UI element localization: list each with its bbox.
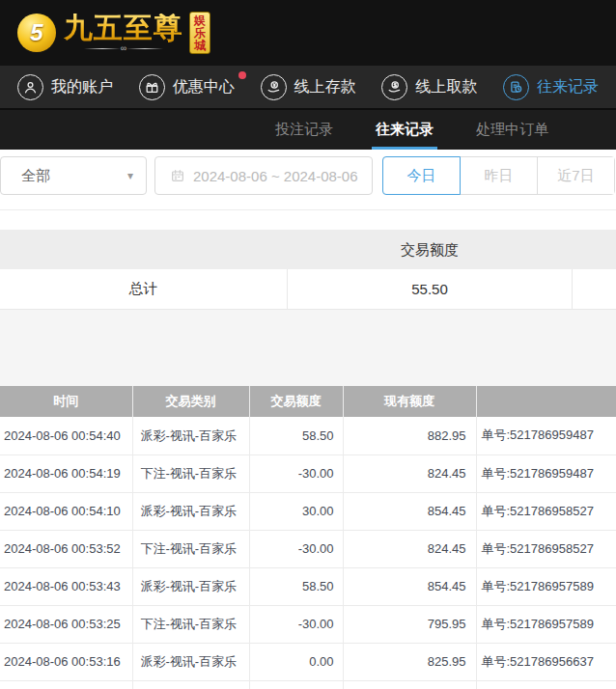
table-row: 下注-视讯-百家乐 xyxy=(0,680,616,689)
tab-pending-orders[interactable]: 处理中订单 xyxy=(472,110,552,150)
cell-order: 单号:521786959487 xyxy=(476,455,616,492)
last-7-days-button[interactable]: 近7日 xyxy=(538,157,614,194)
cell-type: 派彩-视讯-百家乐 xyxy=(132,567,249,605)
cell-balance: 795.95 xyxy=(343,605,476,643)
table-row: 2024-08-06 00:53:25 下注-视讯-百家乐 -30.00 795… xyxy=(0,605,616,643)
notification-dot xyxy=(238,71,246,79)
cell-order: 单号:521786959487 xyxy=(476,417,616,455)
cell-amount: 58.50 xyxy=(249,417,343,455)
cell-amount xyxy=(249,680,343,689)
nav-item-deposit[interactable]: 线上存款 xyxy=(261,74,356,100)
header-time: 时间 xyxy=(0,386,132,417)
cell-balance: 825.95 xyxy=(343,643,476,680)
nav-item-promotions[interactable]: 优惠中心 xyxy=(139,74,235,100)
cell-time: 2024-08-06 00:53:52 xyxy=(0,530,132,567)
tab-transaction-records[interactable]: 往来记录 xyxy=(372,110,437,150)
table-row: 2024-08-06 00:53:16 派彩-视讯-百家乐 0.00 825.9… xyxy=(0,643,616,680)
header-type: 交易类别 xyxy=(132,386,249,417)
cell-amount: -30.00 xyxy=(249,605,343,643)
cell-order: 单号:521786958527 xyxy=(476,492,616,530)
table-row: 2024-08-06 00:53:43 派彩-视讯-百家乐 58.50 854.… xyxy=(0,567,616,605)
cell-type: 派彩-视讯-百家乐 xyxy=(132,417,249,455)
table-row: 2024-08-06 00:54:40 派彩-视讯-百家乐 58.50 882.… xyxy=(0,417,616,455)
summary-header-amount: 交易额度 xyxy=(287,230,573,269)
table-row: 2024-08-06 00:54:10 派彩-视讯-百家乐 30.00 854.… xyxy=(0,492,616,530)
cell-type: 下注-视讯-百家乐 xyxy=(132,680,249,689)
cell-time: 2024-08-06 00:54:10 xyxy=(0,492,132,530)
cell-time: 2024-08-06 00:53:25 xyxy=(0,605,132,643)
cell-type: 派彩-视讯-百家乐 xyxy=(132,643,249,680)
transactions-table: 时间 交易类别 交易额度 现有额度 2024-08-06 00:54:40 派彩… xyxy=(0,386,616,689)
cell-type: 下注-视讯-百家乐 xyxy=(132,605,249,643)
today-button[interactable]: 今日 xyxy=(382,156,461,195)
brand-badge: 娱 乐 城 xyxy=(189,12,210,54)
user-icon xyxy=(17,74,43,100)
nav-item-label: 线上存款 xyxy=(294,77,356,97)
transactions-table-wrap[interactable]: 时间 交易类别 交易额度 现有额度 2024-08-06 00:54:40 派彩… xyxy=(0,386,616,689)
date-range-input[interactable]: 2024-08-06 ~ 2024-08-06 xyxy=(154,156,373,195)
cell-amount: 58.50 xyxy=(249,567,343,605)
cell-amount: 30.00 xyxy=(249,492,343,530)
cell-order: 单号:521786957589 xyxy=(476,605,616,643)
active-tab-underline xyxy=(372,147,437,150)
type-select-value: 全部 xyxy=(21,167,50,185)
cell-order: 单号:521786958527 xyxy=(476,530,616,567)
header-order xyxy=(476,386,616,417)
nav-item-transaction-records[interactable]: 往来记录 xyxy=(503,74,599,100)
date-range-value: 2024-08-06 ~ 2024-08-06 xyxy=(193,168,358,184)
cell-amount: -30.00 xyxy=(249,455,343,492)
nav-item-my-account[interactable]: 我的账户 xyxy=(17,74,113,100)
summary-total-row: 总计 55.50 xyxy=(0,269,616,310)
table-row: 2024-08-06 00:54:19 下注-视讯-百家乐 -30.00 824… xyxy=(0,455,616,492)
withdraw-icon xyxy=(381,74,407,100)
cell-time: 2024-08-06 00:54:19 xyxy=(0,455,132,492)
cell-balance: 854.45 xyxy=(343,567,476,605)
nav-item-label: 线上取款 xyxy=(415,77,477,97)
yesterday-button[interactable]: 昨日 xyxy=(461,157,538,194)
nav-item-label: 往来记录 xyxy=(537,77,599,97)
section-spacer xyxy=(0,310,616,386)
summary-total-label: 总计 xyxy=(0,269,287,309)
table-row: 2024-08-06 00:53:52 下注-视讯-百家乐 -30.00 824… xyxy=(0,530,616,567)
gift-icon xyxy=(139,74,165,100)
nav-item-label: 我的账户 xyxy=(51,77,113,97)
brand-block: 九五至尊 ∞ xyxy=(64,14,183,52)
cell-balance: 824.45 xyxy=(343,455,476,492)
chevron-down-icon: ▾ xyxy=(127,169,133,182)
record-tabs-bar: 投注记录 往来记录 处理中订单 xyxy=(0,108,616,150)
cell-amount: 0.00 xyxy=(249,643,343,680)
nav-item-withdraw[interactable]: 线上取款 xyxy=(381,74,477,100)
top-brand-bar: 5 九五至尊 ∞ 娱 乐 城 xyxy=(0,0,616,66)
cell-balance: 854.45 xyxy=(343,492,476,530)
header-balance: 现有额度 xyxy=(343,386,476,417)
quick-date-button-group: 今日 昨日 近7日 xyxy=(382,156,615,195)
summary-total-value: 55.50 xyxy=(287,269,573,309)
calendar-icon xyxy=(170,168,185,183)
type-select-dropdown[interactable]: 全部 ▾ xyxy=(0,156,147,195)
cell-order: 单号:521786956637 xyxy=(476,643,616,680)
logo-glyph: 5 xyxy=(30,19,42,46)
brand-flourish-ornament: ∞ xyxy=(84,44,163,52)
cell-order xyxy=(476,680,616,689)
filter-section: 全部 ▾ 2024-08-06 ~ 2024-08-06 今日 昨日 近7日 xyxy=(0,156,616,230)
cell-time xyxy=(0,680,132,689)
cell-type: 下注-视讯-百家乐 xyxy=(132,530,249,567)
cell-time: 2024-08-06 00:54:40 xyxy=(0,417,132,455)
cell-balance: 824.45 xyxy=(343,530,476,567)
summary-header-row: 交易额度 xyxy=(0,230,616,269)
brand-title: 九五至尊 xyxy=(64,14,183,42)
records-icon xyxy=(503,74,529,100)
deposit-icon xyxy=(261,74,287,100)
cell-order: 单号:521786957589 xyxy=(476,567,616,605)
brand-logo-coin: 5 xyxy=(17,14,56,52)
cell-balance xyxy=(343,680,476,689)
cell-amount: -30.00 xyxy=(249,530,343,567)
cell-balance: 882.95 xyxy=(343,417,476,455)
cell-time: 2024-08-06 00:53:16 xyxy=(0,643,132,680)
tab-betting-records[interactable]: 投注记录 xyxy=(271,110,337,150)
header-amount: 交易额度 xyxy=(249,386,343,417)
cell-type: 派彩-视讯-百家乐 xyxy=(132,492,249,530)
filter-divider xyxy=(0,209,616,230)
nav-item-label: 优惠中心 xyxy=(173,77,235,97)
summary-empty-cell xyxy=(573,269,616,309)
